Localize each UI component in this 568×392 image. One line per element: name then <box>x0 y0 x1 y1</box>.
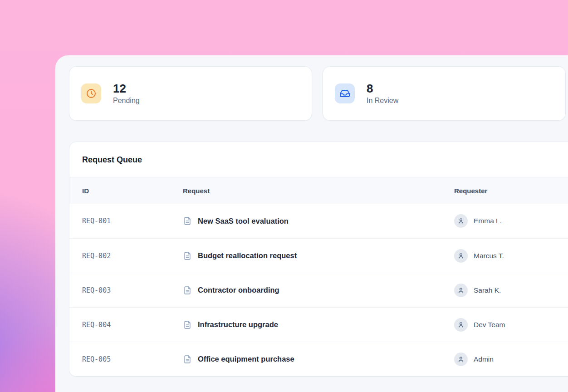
stat-value: 8 <box>367 82 398 95</box>
request-cell: Office equipment purchase <box>183 355 454 364</box>
stat-label: In Review <box>367 97 398 105</box>
avatar <box>454 353 468 366</box>
request-queue-card: Request Queue ID Request Requester REQ-0… <box>69 142 568 377</box>
request-cell: New SaaS tool evaluation <box>183 216 454 225</box>
requester-cell: Marcus T. <box>454 249 568 263</box>
requester-cell: Dev Team <box>454 318 568 332</box>
table-row[interactable]: REQ-002 Budget reallocation request Marc… <box>69 238 568 273</box>
request-title: Contractor onboarding <box>198 286 279 294</box>
request-title: Infrastructure upgrade <box>198 320 278 329</box>
request-id-cell: REQ-003 <box>82 286 183 294</box>
document-icon <box>183 320 192 329</box>
stat-info: 8 In Review <box>367 82 398 105</box>
avatar <box>454 284 468 297</box>
stat-card-in-review: 8 In Review <box>323 66 566 121</box>
table-body: REQ-001 New SaaS tool evaluation Emma L. <box>69 204 568 376</box>
requester-name: Admin <box>474 355 494 363</box>
column-header-request: Request <box>183 187 454 195</box>
avatar <box>454 249 468 263</box>
requester-name: Dev Team <box>474 321 505 329</box>
person-icon <box>457 321 465 328</box>
request-cell: Infrastructure upgrade <box>183 320 454 329</box>
stat-value: 12 <box>113 82 140 95</box>
column-header-requester: Requester <box>454 187 568 195</box>
inbox-icon <box>335 83 355 103</box>
stats-row: 12 Pending 8 In Review <box>69 66 568 121</box>
request-title: Budget reallocation request <box>198 251 297 260</box>
person-icon <box>457 252 465 260</box>
request-id-cell: REQ-004 <box>82 321 183 329</box>
queue-title: Request Queue <box>82 155 568 165</box>
table-row[interactable]: REQ-001 New SaaS tool evaluation Emma L. <box>69 204 568 238</box>
request-id-cell: REQ-005 <box>82 355 183 363</box>
requester-cell: Sarah K. <box>454 284 568 297</box>
requester-cell: Emma L. <box>454 214 568 228</box>
requester-name: Sarah K. <box>474 286 501 294</box>
column-header-id: ID <box>82 187 183 195</box>
clock-icon <box>81 83 101 103</box>
request-id-cell: REQ-002 <box>82 252 183 260</box>
table-header: ID Request Requester <box>69 177 568 204</box>
table-row[interactable]: REQ-005 Office equipment purchase Admin <box>69 342 568 376</box>
document-icon <box>183 251 192 260</box>
stat-card-pending: 12 Pending <box>69 66 312 121</box>
table-row[interactable]: REQ-003 Contractor onboarding Sarah K. <box>69 273 568 307</box>
avatar <box>454 214 468 228</box>
document-icon <box>183 216 192 225</box>
avatar <box>454 318 468 332</box>
document-icon <box>183 286 192 295</box>
requester-name: Marcus T. <box>474 252 504 260</box>
stat-label: Pending <box>113 97 140 105</box>
person-icon <box>457 217 465 225</box>
requester-cell: Admin <box>454 353 568 366</box>
person-icon <box>457 287 465 294</box>
requester-name: Emma L. <box>474 217 502 225</box>
content-panel: 12 Pending 8 In Review Request Queue ID … <box>55 55 568 392</box>
table-row[interactable]: REQ-004 Infrastructure upgrade Dev Team <box>69 307 568 342</box>
person-icon <box>457 356 465 363</box>
request-title: New SaaS tool evaluation <box>198 217 289 225</box>
document-icon <box>183 355 192 364</box>
request-title: Office equipment purchase <box>198 355 294 363</box>
queue-header: Request Queue <box>69 142 568 177</box>
request-id-cell: REQ-001 <box>82 217 183 225</box>
request-cell: Budget reallocation request <box>183 251 454 260</box>
stat-info: 12 Pending <box>113 82 140 105</box>
request-cell: Contractor onboarding <box>183 286 454 295</box>
